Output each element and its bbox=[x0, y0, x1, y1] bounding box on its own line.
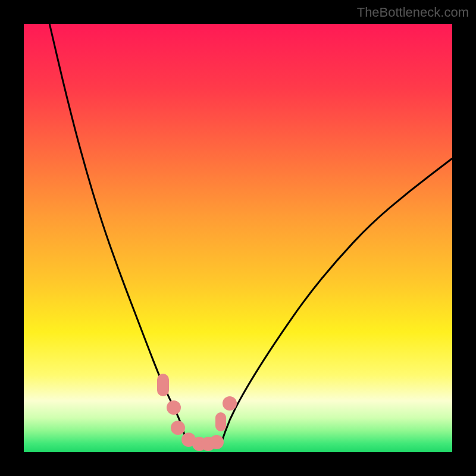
curve-marker bbox=[215, 412, 226, 431]
watermark-text: TheBottleneck.com bbox=[357, 5, 469, 20]
curve-marker bbox=[171, 421, 185, 435]
curve-marker bbox=[209, 435, 224, 449]
curve-marker bbox=[167, 400, 181, 415]
curve-overlay bbox=[24, 24, 452, 452]
chart-container bbox=[24, 24, 452, 452]
curve-marker bbox=[157, 374, 169, 396]
right-curve-line bbox=[221, 158, 452, 444]
curve-marker bbox=[223, 396, 237, 411]
